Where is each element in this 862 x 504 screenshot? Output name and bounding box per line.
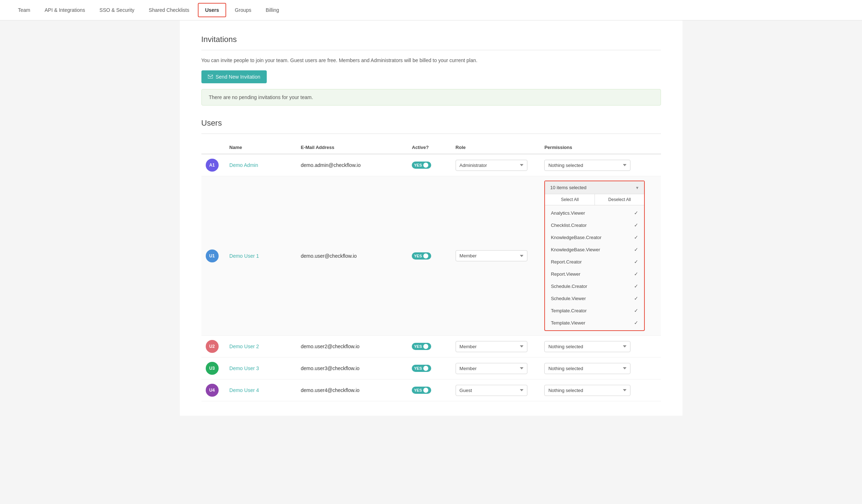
no-pending-message: There are no pending invitations for you… [201,89,661,106]
user-active-cell: YES [407,358,451,379]
table-row: U3 Demo User 3 demo.user3@checkflow.io Y… [201,358,661,379]
check-icon: ✓ [634,222,638,228]
active-toggle[interactable]: YES [412,365,431,372]
list-item[interactable]: Schedule.Creator ✓ [545,280,644,292]
user-name-link[interactable]: Demo User 2 [229,344,259,349]
role-select[interactable]: Member Administrator Guest [456,250,527,261]
list-item[interactable]: KnowledgeBase.Viewer ✓ [545,243,644,256]
active-toggle[interactable]: YES [412,387,431,394]
active-toggle[interactable]: YES [412,162,431,169]
tab-team[interactable]: Team [11,1,37,19]
invite-description: You can invite people to join your team.… [201,57,661,63]
tab-shared-checklists[interactable]: Shared Checklists [141,1,196,19]
check-icon: ✓ [634,283,638,289]
list-item[interactable]: Template.Creator ✓ [545,304,644,317]
user-permissions-cell: 10 items selected ▼ Select All Deselect … [540,176,661,336]
deselect-all-button[interactable]: Deselect All [595,194,644,205]
top-nav: Team API & Integrations SSO & Security S… [0,0,862,20]
users-title: Users [201,118,661,128]
user-email-cell: demo.user@checkflow.io [297,176,407,336]
user-email-cell: demo.user4@checkflow.io [297,379,407,401]
permission-label: Report.Creator [551,259,582,265]
avatar: U1 [206,249,219,262]
tab-groups[interactable]: Groups [228,1,258,19]
users-section: Users Name E-Mail Address Active? Role P… [201,118,661,401]
tab-sso[interactable]: SSO & Security [92,1,141,19]
list-item[interactable]: Template.Viewer ✓ [545,317,644,329]
avatar-cell: U4 [201,379,225,401]
tab-users[interactable]: Users [198,3,226,17]
table-header: Name E-Mail Address Active? Role Permiss… [201,141,661,154]
invitations-title: Invitations [201,35,661,44]
dropdown-header[interactable]: 10 items selected ▼ [545,181,644,194]
role-select[interactable]: Administrator Member Guest [456,160,527,171]
list-item[interactable]: Checklist.Creator ✓ [545,219,644,231]
user-name-cell: Demo User 3 [225,358,297,379]
permissions-select[interactable]: Nothing selected [544,385,630,396]
users-divider [201,134,661,134]
user-name-cell: Demo User 4 [225,379,297,401]
check-icon: ✓ [634,295,638,301]
toggle-circle [423,163,428,168]
envelope-icon [208,75,213,79]
users-table: Name E-Mail Address Active? Role Permiss… [201,141,661,401]
page-wrapper: Team API & Integrations SSO & Security S… [0,0,862,504]
list-item[interactable]: Analytics.Viewer ✓ [545,207,644,219]
permission-label: Schedule.Viewer [551,296,586,301]
user-role-cell: Guest Member Administrator [451,379,540,401]
col-avatar [201,141,225,154]
dropdown-items: Analytics.Viewer ✓ Checklist.Creator ✓ K… [545,205,644,330]
tab-billing[interactable]: Billing [258,1,286,19]
invitations-divider [201,50,661,50]
user-role-cell: Member Administrator Guest [451,336,540,358]
user-name-link[interactable]: Demo Admin [229,162,258,168]
permission-label: Analytics.Viewer [551,210,585,216]
toggle-circle [423,253,428,258]
avatar: A1 [206,159,219,172]
user-name-link[interactable]: Demo User 4 [229,387,259,393]
permissions-select[interactable]: Nothing selected [544,341,630,352]
check-icon: ✓ [634,259,638,265]
user-role-cell: Administrator Member Guest [451,154,540,176]
permissions-select[interactable]: Nothing selected [544,363,630,374]
permissions-select[interactable]: Nothing selected [544,160,630,171]
avatar: U2 [206,340,219,353]
col-name-header: Name [225,141,297,154]
role-select[interactable]: Guest Member Administrator [456,385,527,396]
check-icon: ✓ [634,247,638,252]
list-item[interactable]: KnowledgeBase.Creator ✓ [545,231,644,243]
avatar: U4 [206,384,219,397]
toggle-circle [423,388,428,393]
permission-label: Schedule.Creator [551,284,587,289]
check-icon: ✓ [634,210,638,216]
active-toggle[interactable]: YES [412,252,431,260]
user-permissions-cell: Nothing selected [540,154,661,176]
toggle-circle [423,344,428,349]
user-name-link[interactable]: Demo User 3 [229,365,259,371]
role-select[interactable]: Member Administrator Guest [456,363,527,374]
user-name-link[interactable]: Demo User 1 [229,253,259,259]
main-content: Invitations You can invite people to joi… [180,20,682,416]
active-toggle[interactable]: YES [412,343,431,350]
svg-rect-0 [208,75,213,78]
user-email-cell: demo.user2@checkflow.io [297,336,407,358]
select-all-button[interactable]: Select All [545,194,595,205]
user-name-cell: Demo User 2 [225,336,297,358]
chevron-down-icon: ▼ [635,186,639,190]
user-permissions-cell: Nothing selected [540,336,661,358]
permission-label: Report.Viewer [551,271,580,277]
user-email-cell: demo.admin@checkflow.io [297,154,407,176]
list-item[interactable]: Schedule.Viewer ✓ [545,292,644,304]
permission-label: Template.Viewer [551,320,585,326]
user-active-cell: YES [407,154,451,176]
user-email-cell: demo.user3@checkflow.io [297,358,407,379]
user-active-cell: YES [407,379,451,401]
list-item[interactable]: Report.Creator ✓ [545,256,644,268]
role-select[interactable]: Member Administrator Guest [456,341,527,352]
col-email-header: E-Mail Address [297,141,407,154]
avatar: U3 [206,362,219,375]
avatar-cell: A1 [201,154,225,176]
tab-api[interactable]: API & Integrations [37,1,92,19]
send-invitation-button[interactable]: Send New Invitation [201,70,267,83]
list-item[interactable]: Report.Viewer ✓ [545,268,644,280]
